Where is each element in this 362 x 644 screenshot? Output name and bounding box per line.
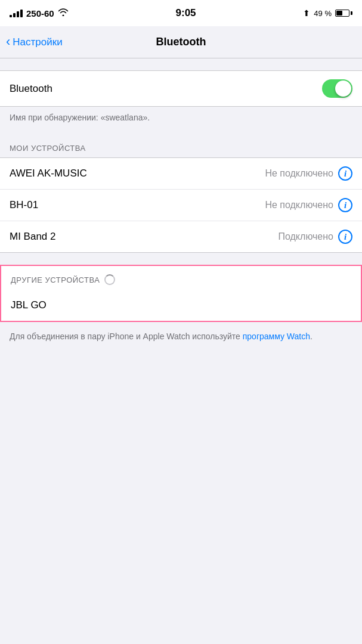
battery-percent: 49 % <box>314 9 332 18</box>
bluetooth-label: Bluetooth <box>10 83 52 95</box>
carrier-label: 250-60 <box>26 8 54 18</box>
device-row-awei: AWEI AK-MUSIC Не подключено i <box>0 158 362 190</box>
status-right: ⬆ 49 % <box>303 8 352 18</box>
device-status-wrap-bh01: Не подключено i <box>265 198 352 212</box>
my-devices-section: AWEI AK-MUSIC Не подключено i BH-01 Не п… <box>0 157 362 253</box>
device-status-miband: Подключено <box>278 231 333 242</box>
footer-text-after: . <box>310 332 313 341</box>
other-devices-header: ДРУГИЕ УСТРОЙСТВА <box>1 266 361 290</box>
watch-app-link[interactable]: программу Watch <box>243 332 310 341</box>
footer-note: Для объединения в пару iPhone и Apple Wa… <box>0 322 362 351</box>
location-icon: ⬆ <box>303 8 310 18</box>
battery-icon <box>335 10 352 17</box>
my-devices-header-label: МОИ УСТРОЙСТВА <box>10 144 86 153</box>
device-name-awei: AWEI AK-MUSIC <box>10 168 87 179</box>
loading-spinner-icon <box>104 274 115 285</box>
info-button-awei[interactable]: i <box>338 166 352 181</box>
device-status-bh01: Не подключено <box>265 200 333 210</box>
device-status-awei: Не подключено <box>265 168 333 179</box>
status-bar: 250-60 9:05 ⬆ 49 % <box>0 0 362 26</box>
device-status-wrap-miband: Подключено i <box>278 230 352 244</box>
info-button-miband[interactable]: i <box>338 230 352 244</box>
chevron-left-icon: ‹ <box>6 35 10 48</box>
back-label: Настройки <box>13 36 62 48</box>
back-button[interactable]: ‹ Настройки <box>6 36 63 48</box>
device-row-miband: MI Band 2 Подключено i <box>0 221 362 252</box>
signal-bars-icon <box>10 10 23 17</box>
device-row-bh01: BH-01 Не подключено i <box>0 190 362 221</box>
other-devices-header-label: ДРУГИЕ УСТРОЙСТВА <box>11 275 100 284</box>
device-name-jblgo: JBL GO <box>11 299 47 311</box>
wifi-icon <box>58 8 69 18</box>
device-name-bh01: BH-01 <box>10 199 38 211</box>
my-devices-header: МОИ УСТРОЙСТВА <box>0 131 362 157</box>
footer-text-before: Для объединения в пару iPhone и Apple Wa… <box>10 332 243 341</box>
nav-bar: ‹ Настройки Bluetooth <box>0 26 362 58</box>
toggle-knob <box>335 80 351 97</box>
status-time: 9:05 <box>176 7 196 19</box>
page-title: Bluetooth <box>156 36 206 48</box>
bluetooth-toggle-row: Bluetooth <box>0 71 362 106</box>
bluetooth-section: Bluetooth <box>0 70 362 107</box>
device-row-jblgo[interactable]: JBL GO <box>1 290 361 321</box>
bluetooth-toggle[interactable] <box>322 79 352 98</box>
device-status-wrap-awei: Не подключено i <box>265 166 352 181</box>
status-left: 250-60 <box>10 8 69 18</box>
info-button-bh01[interactable]: i <box>338 198 352 212</box>
device-name-miband: MI Band 2 <box>10 231 56 243</box>
other-devices-highlighted-container: ДРУГИЕ УСТРОЙСТВА JBL GO <box>0 265 362 322</box>
discovery-note: Имя при обнаружении: «sweatlana». <box>0 107 362 131</box>
content: Bluetooth Имя при обнаружении: «sweatlan… <box>0 58 362 351</box>
